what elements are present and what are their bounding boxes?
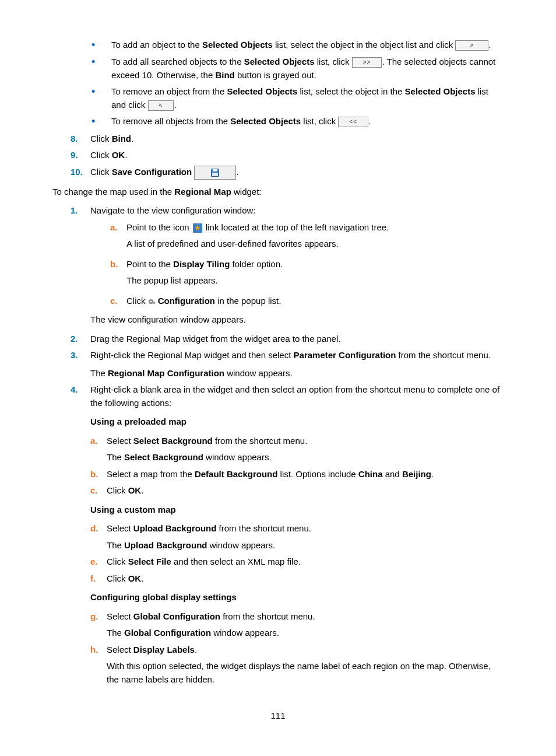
followup-text: The Select Background window appears.: [107, 451, 504, 464]
svg-point-1: [150, 300, 152, 302]
save-configuration-button[interactable]: [194, 166, 236, 180]
step-3: 3. Right-click the Regional Map widget a…: [71, 349, 504, 380]
step-text: Select Display Labels. With this option …: [107, 643, 504, 687]
step-4b: b. Select a map from the Default Backgro…: [90, 468, 504, 481]
step-4c: c. Click OK.: [90, 484, 504, 498]
letter-marker: b.: [110, 258, 126, 271]
step-10: 10. Click Save Configuration .: [71, 166, 504, 180]
step-1a: a. Point to the icon link located at the…: [110, 221, 504, 254]
letter-marker: e.: [90, 555, 107, 569]
letter-marker: c.: [110, 295, 126, 308]
bullet-item: • To remove an object from the Selected …: [90, 85, 504, 111]
step-text: Click Save Configuration .: [90, 166, 504, 180]
followup-text: With this option selected, the widget di…: [107, 660, 504, 686]
bullet-text: To remove all objects from the Selected …: [111, 115, 504, 128]
bullet-marker: •: [90, 55, 111, 69]
letter-marker: c.: [90, 484, 107, 498]
step-9: 9. Click OK.: [71, 149, 504, 162]
step-8: 8. Click Bind.: [71, 132, 504, 146]
heading-custom: Using a custom map: [90, 503, 504, 517]
step-number: 10.: [71, 166, 90, 179]
step-1b: b. Point to the Display Tiling folder op…: [110, 258, 504, 291]
heading-global: Configuring global display settings: [90, 591, 504, 604]
step-number: 1.: [71, 204, 90, 218]
step-text: Click Select File and then select an XML…: [107, 555, 504, 569]
letter-marker: g.: [90, 610, 107, 624]
step-4f: f. Click OK.: [90, 572, 504, 586]
followup-text: The view configuration window appears.: [90, 313, 504, 327]
bullet-text: To remove an object from the Selected Ob…: [111, 85, 504, 111]
change-map-intro: To change the map used in the Regional M…: [52, 186, 504, 199]
substeps: g. Select Global Configuration from the …: [90, 610, 504, 687]
floppy-icon: [211, 169, 219, 177]
followup-text: The Regional Map Configuration window ap…: [90, 367, 504, 380]
bullet-marker: •: [90, 38, 111, 52]
step-text: Right-click the Regional Map widget and …: [90, 349, 504, 380]
gear-icon: [148, 298, 156, 306]
followup-text: The popup list appears.: [126, 274, 504, 288]
letter-marker: f.: [90, 572, 107, 586]
bullet-marker: •: [90, 115, 111, 128]
step-text: Select Select Background from the shortc…: [107, 435, 504, 464]
step-4e: e. Click Select File and then select an …: [90, 555, 504, 569]
step-2: 2. Drag the Regional Map widget from the…: [71, 332, 504, 346]
step-text: Select Global Configuration from the sho…: [107, 610, 504, 640]
step-text: Select a map from the Default Background…: [107, 468, 504, 481]
step-4g: g. Select Global Configuration from the …: [90, 610, 504, 640]
step-text: Select Upload Background from the shortc…: [107, 522, 504, 552]
step-text: Drag the Regional Map widget from the wi…: [90, 332, 504, 346]
heading-preloaded: Using a preloaded map: [90, 415, 504, 429]
followup-text: The Upload Background window appears.: [107, 539, 504, 552]
substeps: a. Point to the icon link located at the…: [110, 221, 504, 308]
step-text: Right-click a blank area in the widget a…: [90, 383, 504, 410]
step-text: Navigate to the view configuration windo…: [90, 204, 504, 218]
bullet-item: • To remove all objects from the Selecte…: [90, 115, 504, 128]
step-text: Click OK.: [90, 149, 504, 162]
followup-text: The Global Configuration window appears.: [107, 626, 504, 640]
step-4a: a. Select Select Background from the sho…: [90, 435, 504, 464]
step-text: Click OK.: [107, 572, 504, 586]
step-text: Click OK.: [107, 484, 504, 498]
add-single-button[interactable]: >: [455, 40, 488, 51]
remove-single-button[interactable]: <: [148, 100, 174, 111]
letter-marker: d.: [90, 522, 107, 536]
step-number: 3.: [71, 349, 90, 362]
step-number: 9.: [71, 149, 90, 162]
step-4d: d. Select Upload Background from the sho…: [90, 522, 504, 552]
followup-text: A list of predefined and user-defined fa…: [126, 237, 504, 251]
step-text: Click Bind.: [90, 132, 504, 146]
letter-marker: b.: [90, 468, 107, 481]
step-4: 4. Right-click a blank area in the widge…: [71, 383, 504, 410]
favorites-star-icon: [193, 223, 202, 233]
step-text: Click Configuration in the popup list.: [126, 295, 504, 308]
step-number: 2.: [71, 332, 90, 346]
bullet-text: To add all searched objects to the Selec…: [111, 55, 504, 82]
step-number: 4.: [71, 383, 90, 397]
step-number: 8.: [71, 132, 90, 146]
bullet-marker: •: [90, 85, 111, 99]
step-4h: h. Select Display Labels. With this opti…: [90, 643, 504, 687]
step-1c: c. Click Configuration in the popup list…: [110, 295, 504, 308]
bullet-item: • To add an object to the Selected Objec…: [90, 38, 504, 52]
letter-marker: a.: [90, 435, 107, 448]
bullet-item: • To add all searched objects to the Sel…: [90, 55, 504, 82]
remove-all-button[interactable]: <<: [338, 117, 368, 127]
add-all-button[interactable]: >>: [352, 57, 382, 68]
document-page: • To add an object to the Selected Objec…: [90, 38, 504, 686]
substeps: d. Select Upload Background from the sho…: [90, 522, 504, 585]
svg-point-2: [152, 301, 155, 304]
letter-marker: h.: [90, 643, 107, 657]
bullet-text: To add an object to the Selected Objects…: [111, 38, 504, 52]
letter-marker: a.: [110, 221, 126, 235]
page-number: 111: [52, 709, 504, 723]
step-text: Point to the icon link located at the to…: [126, 221, 504, 254]
substeps: a. Select Select Background from the sho…: [90, 435, 504, 498]
step-text: Point to the Display Tiling folder optio…: [126, 258, 504, 291]
step-1: 1. Navigate to the view configuration wi…: [71, 204, 504, 218]
